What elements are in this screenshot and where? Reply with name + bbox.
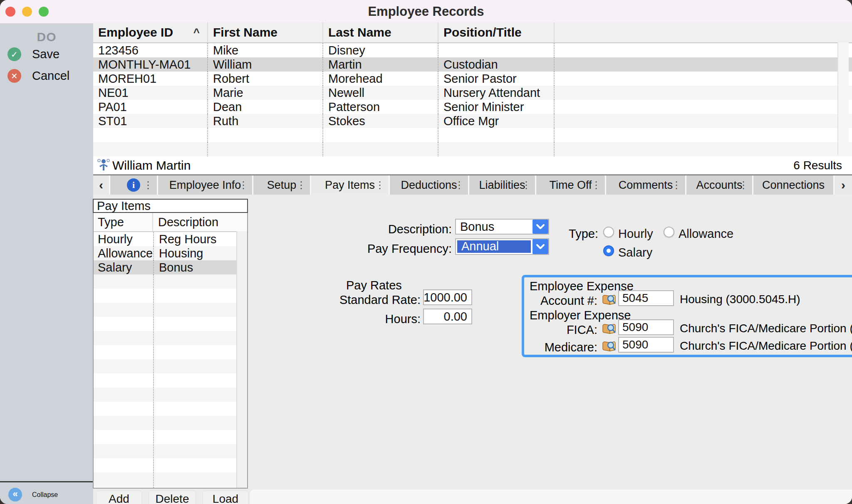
collapse-chevrons-icon: «: [8, 488, 22, 502]
pay-items-buttons: Add Delete Load: [96, 491, 248, 504]
medicare-account-field[interactable]: 5090: [618, 337, 674, 353]
cancel-x-icon: ✕: [7, 69, 21, 83]
radio-allowance[interactable]: [664, 227, 674, 237]
pay-items-empty-rows: [94, 274, 237, 488]
fica-lookup-icon[interactable]: [602, 323, 617, 335]
tab-menu-icon[interactable]: ⋮: [296, 179, 306, 191]
chevron-down-icon: [536, 244, 545, 249]
pay-frequency-dropdown[interactable]: Annual: [455, 238, 549, 255]
table-row-selected[interactable]: MONTHLY-MA01WilliamMartinCustodian: [93, 57, 852, 72]
sort-ascending-icon[interactable]: ^: [193, 22, 200, 42]
tab-menu-icon[interactable]: ⋮: [671, 179, 681, 191]
account-description: Housing (3000.5045.H): [680, 293, 800, 306]
tab-liabilities[interactable]: Liabilities⋮: [469, 175, 535, 195]
pay-rates-title: Pay Rates: [346, 279, 402, 292]
fica-account-field[interactable]: 5090: [618, 319, 674, 335]
tab-employee-info[interactable]: Employee Info⋮: [158, 175, 252, 195]
table-row[interactable]: 123456MikeDisney: [93, 43, 852, 57]
table-row[interactable]: MOREH01RobertMoreheadSenior Pastor: [93, 72, 852, 86]
pay-item-row[interactable]: AllowanceHousing: [94, 246, 247, 260]
employee-person-icon: [97, 159, 110, 175]
record-name: William Martin: [112, 158, 191, 173]
tab-menu-icon[interactable]: ⋮: [591, 179, 601, 191]
pay-items-panel-title: Pay Items: [93, 199, 248, 213]
tabs-scroll-left-button[interactable]: ‹: [93, 175, 109, 195]
table-scrollbar[interactable]: [837, 42, 849, 155]
type-label: Type:: [559, 227, 598, 241]
table-row[interactable]: ST01RuthStokesOffice Mgr: [93, 114, 852, 128]
collapse-label: Collapse: [32, 491, 58, 499]
fica-description: Church's FICA/Medicare Portion (3000.509…: [680, 322, 852, 335]
tab-time-off[interactable]: Time Off⋮: [536, 175, 605, 195]
radio-salary-label: Salary: [618, 246, 652, 259]
description-label: Description:: [359, 222, 452, 236]
standard-rate-label: Standard Rate:: [318, 293, 421, 307]
column-header-employee-id[interactable]: Employee ID ^: [93, 22, 208, 42]
sidebar-header: DO: [0, 30, 93, 44]
column-header-last-name[interactable]: Last Name: [323, 22, 438, 42]
column-header-scroll-gutter: [841, 22, 852, 42]
window-title: Employee Records: [0, 0, 852, 23]
tab-setup[interactable]: Setup⋮: [253, 175, 310, 195]
account-number-field[interactable]: 5045: [618, 290, 674, 306]
main-area: Employee ID ^ First Name Last Name Posit…: [93, 24, 852, 504]
delete-button[interactable]: Delete: [149, 491, 196, 504]
employee-table: Employee ID ^ First Name Last Name Posit…: [93, 22, 852, 156]
tab-pay-items[interactable]: Pay Items⋮: [311, 175, 389, 195]
radio-hourly[interactable]: [603, 227, 614, 237]
table-row[interactable]: PA01DeanPattersonSenior Minister: [93, 100, 852, 114]
medicare-label: Medicare:: [526, 341, 597, 354]
column-header-description[interactable]: Description: [153, 215, 247, 229]
description-dropdown[interactable]: Bonus: [455, 219, 549, 235]
app-window: Employee Records DO ✓ Save ✕ Cancel « Co…: [0, 0, 852, 504]
column-header-type[interactable]: Type: [94, 213, 153, 231]
pay-items-content: Pay Items Type Description HourlyReg Hou…: [93, 195, 852, 504]
save-label: Save: [32, 47, 59, 61]
medicare-lookup-icon[interactable]: [602, 340, 617, 353]
title-bar: Employee Records: [0, 0, 852, 24]
hours-label: Hours:: [318, 312, 421, 326]
pay-item-row[interactable]: HourlyReg Hours: [94, 232, 247, 246]
pay-item-row-selected[interactable]: SalaryBonus: [94, 260, 247, 274]
tab-menu-icon[interactable]: ⋮: [238, 179, 248, 191]
tab-menu-icon[interactable]: ⋮: [375, 179, 385, 191]
add-button[interactable]: Add: [96, 491, 142, 504]
tab-menu-icon[interactable]: ⋮: [738, 179, 748, 191]
tabs-scroll-right-button[interactable]: ›: [835, 175, 852, 195]
tab-accounts[interactable]: Accounts⋮: [686, 175, 752, 195]
chevron-right-icon: ›: [841, 178, 845, 192]
cancel-label: Cancel: [32, 69, 69, 83]
cancel-button[interactable]: ✕ Cancel: [7, 69, 69, 83]
table-row[interactable]: NE01MarieNewellNursery Attendant: [93, 86, 852, 100]
load-button[interactable]: Load: [203, 491, 248, 504]
collapse-button[interactable]: « Collapse: [8, 488, 58, 502]
tab-menu-icon[interactable]: ⋮: [521, 179, 531, 191]
record-header-bar: William Martin 6 Results: [93, 156, 852, 175]
tab-connections[interactable]: Connections: [753, 175, 833, 195]
bottom-strip: [250, 489, 852, 504]
standard-rate-field[interactable]: 1000.00: [423, 289, 472, 305]
tab-deductions[interactable]: Deductions⋮: [390, 175, 468, 195]
description-dropdown-button[interactable]: [532, 220, 548, 234]
radio-salary-selected[interactable]: [603, 245, 614, 256]
account-number-label: Account #:: [526, 294, 597, 308]
results-count: 6 Results: [793, 159, 842, 172]
tab-info[interactable]: i ⋮: [110, 175, 157, 195]
hours-field[interactable]: 0.00: [423, 309, 472, 324]
screen: Employee Records DO ✓ Save ✕ Cancel « Co…: [0, 0, 852, 504]
column-header-blank: [555, 22, 841, 42]
save-check-icon: ✓: [7, 47, 21, 61]
pay-frequency-dropdown-button[interactable]: [532, 239, 548, 254]
column-header-position[interactable]: Position/Title: [438, 22, 555, 42]
column-header-first-name[interactable]: First Name: [208, 22, 323, 42]
account-lookup-icon[interactable]: [602, 294, 617, 306]
tab-comments[interactable]: Comments⋮: [606, 175, 685, 195]
tab-menu-icon[interactable]: ⋮: [454, 179, 464, 191]
tab-menu-icon[interactable]: ⋮: [143, 179, 153, 191]
pay-items-scrollbar[interactable]: [236, 231, 247, 488]
tab-bar: ‹ i ⋮ Employee Info⋮ Setup⋮ Pay Items⋮ D…: [93, 175, 852, 195]
table-row-empty: [93, 128, 852, 142]
sidebar-divider: [0, 481, 93, 482]
save-button[interactable]: ✓ Save: [7, 47, 59, 61]
fica-label: FICA:: [526, 323, 597, 337]
